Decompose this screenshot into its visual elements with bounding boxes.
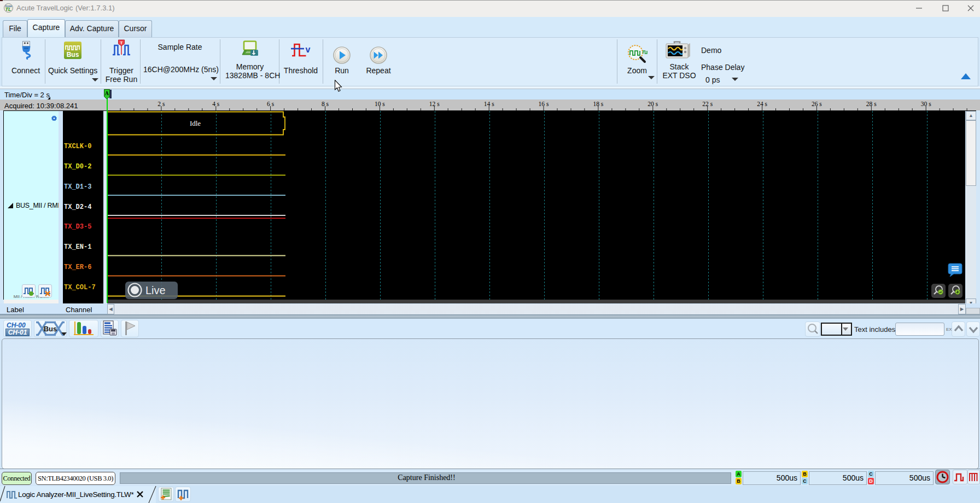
svg-text:24 s: 24 s (757, 101, 767, 107)
svg-text:T: T (120, 40, 123, 45)
svg-text:22 s: 22 s (702, 101, 713, 107)
svg-text:14 s: 14 s (484, 101, 494, 107)
svg-text:6 s: 6 s (267, 101, 275, 107)
svg-text:28 s: 28 s (866, 101, 877, 107)
svg-text:2 s: 2 s (158, 101, 165, 107)
svg-text:Bus: Bus (67, 51, 79, 59)
svg-text:16 s: 16 s (539, 101, 549, 107)
svg-text:TL: TL (5, 7, 11, 12)
svg-text:12 s: 12 s (429, 101, 440, 107)
svg-text:Bus: Bus (44, 325, 57, 333)
svg-text:18 s: 18 s (593, 101, 603, 107)
svg-text:20 s: 20 s (648, 101, 658, 107)
svg-text:8 s: 8 s (322, 101, 329, 107)
svg-text:4 s: 4 s (212, 101, 220, 107)
svg-text:10 s: 10 s (375, 101, 385, 107)
svg-text:26 s: 26 s (812, 101, 822, 107)
svg-text:v: v (306, 45, 311, 54)
svg-text:30 s: 30 s (921, 101, 931, 107)
svg-text:A: A (105, 91, 109, 96)
svg-text:Idle: Idle (190, 119, 201, 127)
